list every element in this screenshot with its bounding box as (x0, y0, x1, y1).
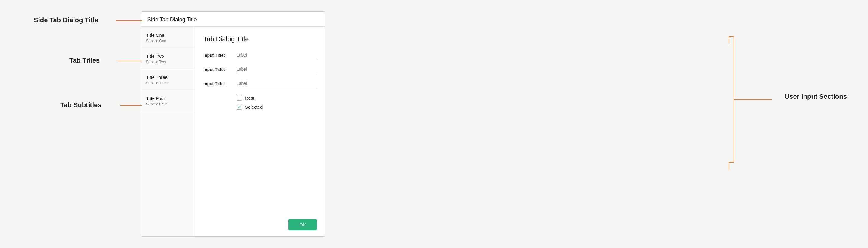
dialog-body: Title One Subtitle One Title Two Subtitl… (141, 27, 325, 236)
annotation-tab-subtitles: Tab Subtitles (60, 101, 101, 109)
checkbox-group: Rest ✓ Selected (237, 95, 317, 110)
input-field-3[interactable] (237, 80, 317, 87)
dialog-title: Side Tab Dialog Title (147, 16, 197, 23)
bracket-top-v (729, 36, 730, 44)
tab-subtitle-1: Subtitle One (146, 39, 190, 44)
tab-title-4: Title Four (146, 96, 190, 101)
checkmark-icon: ✓ (238, 105, 241, 109)
tab-item-4[interactable]: Title Four Subtitle Four (141, 90, 195, 111)
tab-title-2: Title Two (146, 53, 190, 59)
annotation-tab-titles: Tab Titles (69, 57, 100, 64)
tab-item-3[interactable]: Title Three Subtitle Three (141, 69, 195, 90)
input-row-1: Input Title: (204, 51, 317, 59)
bracket-mid-h (734, 99, 772, 100)
annotation-tab-titles-text: Tab Titles (69, 57, 100, 64)
main-container: Side Tab Dialog Title Title One Subtitle… (0, 0, 868, 248)
line-tab-titles (118, 61, 142, 61)
tab-item-2[interactable]: Title Two Subtitle Two (141, 48, 195, 69)
ok-button-row: OK (204, 212, 317, 230)
checkbox-selected[interactable]: ✓ Selected (237, 104, 317, 110)
input-label-2: Input Title: (204, 67, 237, 72)
tab-subtitle-3: Subtitle Three (146, 81, 190, 86)
input-label-1: Input Title: (204, 53, 237, 58)
tab-title-3: Title Three (146, 74, 190, 80)
tab-subtitle-2: Subtitle Two (146, 60, 190, 65)
input-field-2[interactable] (237, 66, 317, 73)
checkbox-selected-label: Selected (245, 104, 262, 110)
bracket-bottom-h (729, 162, 734, 163)
checkbox-selected-box[interactable]: ✓ (237, 104, 242, 110)
content-panel: Tab Dialog Title Input Title: Input Titl… (195, 27, 325, 236)
checkbox-rest-label: Rest (245, 96, 254, 101)
ok-button[interactable]: OK (288, 219, 317, 230)
line-tab-subtitles (120, 105, 142, 106)
annotation-dialog-title: Side Tab Dialog Title (34, 16, 98, 24)
tab-item-1[interactable]: Title One Subtitle One (141, 27, 195, 48)
content-title: Tab Dialog Title (204, 35, 317, 43)
input-row-3: Input Title: (204, 80, 317, 87)
tab-item-empty (141, 111, 195, 236)
annotation-dialog-title-text: Side Tab Dialog Title (34, 16, 98, 24)
input-field-1[interactable] (237, 51, 317, 59)
side-tabs: Title One Subtitle One Title Two Subtitl… (141, 27, 195, 236)
input-label-3: Input Title: (204, 81, 237, 86)
bracket-bottom-v (729, 162, 730, 170)
annotation-user-input-text: User Input Sections (784, 93, 847, 100)
tab-subtitle-4: Subtitle Four (146, 102, 190, 107)
annotation-tab-subtitles-text: Tab Subtitles (60, 101, 101, 109)
line-dialog-title (116, 21, 142, 21)
tab-title-1: Title One (146, 32, 190, 38)
checkbox-rest[interactable]: Rest (237, 95, 317, 101)
checkbox-rest-box[interactable] (237, 95, 242, 101)
dialog: Side Tab Dialog Title Title One Subtitle… (141, 11, 326, 237)
annotation-user-input: User Input Sections (784, 93, 847, 101)
dialog-header: Side Tab Dialog Title (141, 12, 325, 27)
input-row-2: Input Title: (204, 66, 317, 73)
